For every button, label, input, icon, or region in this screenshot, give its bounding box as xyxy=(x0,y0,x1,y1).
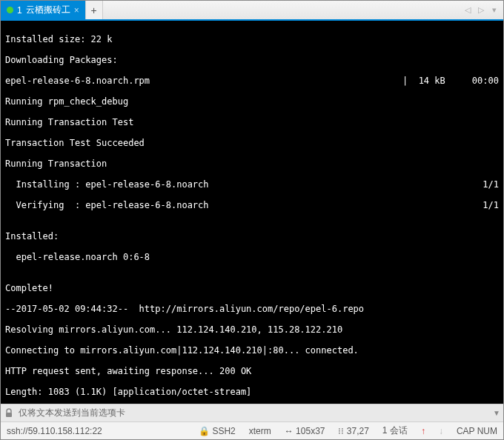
prev-tab-button[interactable]: ◁ xyxy=(462,4,474,16)
tab-index: 1 xyxy=(17,5,22,16)
close-icon[interactable]: × xyxy=(74,5,79,16)
lock-icon xyxy=(4,408,14,419)
status-caps-num: CAP NUM xyxy=(457,426,497,436)
out: Installed: xyxy=(5,231,499,241)
tab-title: 云栖搬砖工 xyxy=(26,4,70,16)
tab-list-button[interactable]: ▾ xyxy=(488,4,500,16)
lock-icon: 🔒 xyxy=(199,426,210,436)
status-dot-icon xyxy=(7,7,13,13)
tab-nav: ◁ ▷ ▾ xyxy=(459,1,503,19)
out: epel-release.noarch 0:6-8 xyxy=(5,252,499,262)
out: Resolving mirrors.aliyun.com... 112.124.… xyxy=(5,324,499,335)
download-indicator-icon: ↓ xyxy=(439,426,443,436)
out: Length: 1083 (1.1K) [application/octet-s… xyxy=(5,387,499,397)
out: Installing : epel-release-6-8.noarch1/1 xyxy=(5,179,499,190)
out: epel-release-6-8.noarch.rpm| 14 kB 00:00 xyxy=(5,76,499,86)
tab-bar: 1 云栖搬砖工 × + ◁ ▷ ▾ xyxy=(1,1,503,21)
out: Running rpm_check_debug xyxy=(5,96,499,107)
next-tab-button[interactable]: ▷ xyxy=(475,4,487,16)
position-icon: ⁝⁝ xyxy=(338,426,344,436)
status-cursor-pos: ⁝⁝ 37,27 xyxy=(338,426,368,436)
ssh-client-window: 1 云栖搬砖工 × + ◁ ▷ ▾ Installed size: 22 k D… xyxy=(0,0,504,440)
status-termtype: xterm xyxy=(249,426,271,436)
status-sessions: 1 会话 xyxy=(382,424,408,437)
out: Running Transaction Test xyxy=(5,117,499,127)
new-tab-button[interactable]: + xyxy=(85,1,103,19)
plus-icon: + xyxy=(91,4,97,16)
status-protocol: 🔒 SSH2 xyxy=(199,426,236,436)
out: Installed size: 22 k xyxy=(5,34,499,44)
out: Downloading Packages: xyxy=(5,55,499,65)
status-host: ssh://59.110.158.112:22 xyxy=(7,426,102,436)
out: Verifying : epel-release-6-8.noarch1/1 xyxy=(5,200,499,210)
out: Transaction Test Succeeded xyxy=(5,138,499,148)
status-bar: ssh://59.110.158.112:22 🔒 SSH2 xterm ↔ 1… xyxy=(1,421,503,439)
terminal-output[interactable]: Installed size: 22 k Downloading Package… xyxy=(1,21,503,404)
session-tab-1[interactable]: 1 云栖搬砖工 × xyxy=(1,1,85,19)
send-text-label: 仅将文本发送到当前选项卡 xyxy=(19,407,125,419)
svg-rect-0 xyxy=(6,413,12,417)
resize-icon: ↔ xyxy=(285,426,294,436)
spacer xyxy=(103,1,459,19)
out: HTTP request sent, awaiting response... … xyxy=(5,366,499,376)
send-text-bar[interactable]: 仅将文本发送到当前选项卡 ▼ xyxy=(1,404,503,421)
out: Connecting to mirrors.aliyun.com|112.124… xyxy=(5,345,499,356)
upload-indicator-icon: ↑ xyxy=(421,426,425,436)
chevron-down-icon[interactable]: ▼ xyxy=(493,409,500,417)
status-size: ↔ 105x37 xyxy=(285,426,325,436)
out: --2017-05-02 09:44:32-- http://mirrors.a… xyxy=(5,304,499,314)
out: Complete! xyxy=(5,283,499,293)
out: Running Transaction xyxy=(5,159,499,169)
